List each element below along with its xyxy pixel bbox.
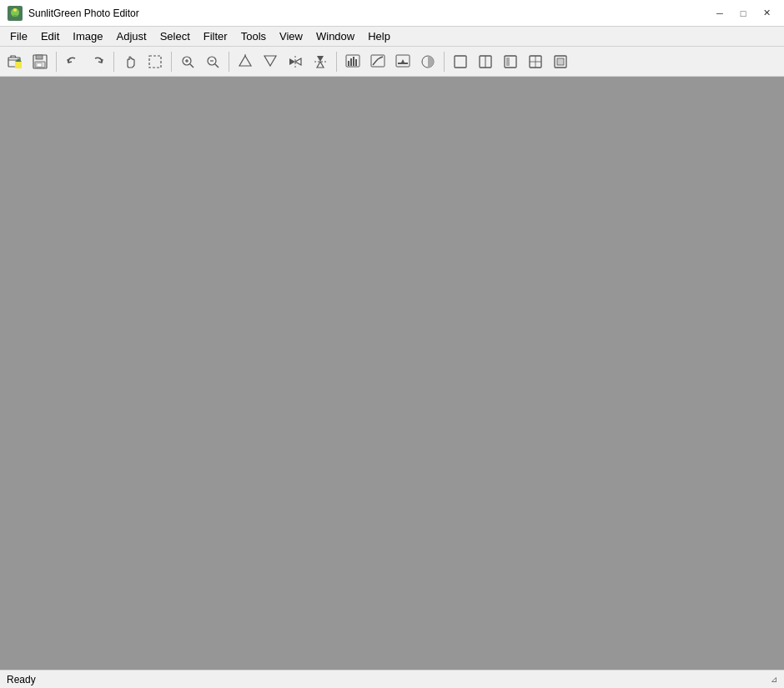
svg-rect-8 <box>37 63 42 67</box>
svg-rect-29 <box>353 57 354 66</box>
svg-marker-22 <box>295 58 301 65</box>
brightness-up-button[interactable] <box>234 50 257 73</box>
histogram-button[interactable] <box>341 50 364 73</box>
canvas-area <box>0 77 784 670</box>
open-button[interactable] <box>3 50 27 73</box>
svg-rect-27 <box>348 61 349 66</box>
menu-tools[interactable]: Tools <box>234 28 273 46</box>
view-split-v-button[interactable] <box>499 50 522 73</box>
menu-edit[interactable]: Edit <box>34 28 66 46</box>
separator-3 <box>171 52 172 72</box>
separator-1 <box>56 52 57 72</box>
svg-rect-28 <box>350 58 352 66</box>
menu-bar: File Edit Image Adjust Select Filter Too… <box>0 27 784 47</box>
toolbar <box>0 47 784 77</box>
maximize-button[interactable]: □ <box>732 4 754 23</box>
status-bar: Ready ⊿ <box>0 670 784 688</box>
svg-marker-17 <box>239 56 251 66</box>
svg-marker-19 <box>264 56 276 66</box>
svg-rect-6 <box>36 55 43 59</box>
zoom-out-button[interactable] <box>201 50 224 73</box>
svg-rect-33 <box>398 63 408 64</box>
title-bar: SunlitGreen Photo Editor ─ □ ✕ <box>0 0 784 27</box>
view-single-button[interactable] <box>449 50 472 73</box>
redo-button[interactable] <box>86 50 109 73</box>
svg-rect-9 <box>149 56 161 68</box>
title-left: SunlitGreen Photo Editor <box>7 5 139 22</box>
separator-2 <box>113 52 114 72</box>
svg-marker-34 <box>401 59 405 63</box>
flip-v-button[interactable] <box>309 50 332 73</box>
zoom-in-button[interactable] <box>176 50 199 73</box>
view-4-button[interactable] <box>524 50 547 73</box>
svg-rect-4 <box>15 62 22 68</box>
undo-button[interactable] <box>61 50 84 73</box>
brightness-down-button[interactable] <box>259 50 282 73</box>
resize-handle: ⊿ <box>771 675 777 684</box>
separator-4 <box>229 52 229 72</box>
save-button[interactable] <box>28 50 52 73</box>
svg-point-2 <box>13 8 17 12</box>
select-rect-button[interactable] <box>143 50 167 73</box>
saturation-button[interactable] <box>416 50 440 73</box>
menu-view[interactable]: View <box>273 28 309 46</box>
svg-line-13 <box>190 64 193 68</box>
curves-button[interactable] <box>366 50 389 73</box>
svg-rect-36 <box>455 56 466 68</box>
menu-window[interactable]: Window <box>309 28 361 46</box>
status-text: Ready <box>7 674 36 685</box>
view-fullscreen-button[interactable] <box>549 50 572 73</box>
menu-select[interactable]: Select <box>153 28 197 46</box>
close-button[interactable]: ✕ <box>756 4 777 23</box>
svg-rect-30 <box>355 59 357 66</box>
separator-6 <box>444 52 445 72</box>
separator-5 <box>336 52 337 72</box>
hand-tool-button[interactable] <box>118 50 142 73</box>
view-split-h-button[interactable] <box>474 50 497 73</box>
svg-marker-25 <box>317 62 324 68</box>
svg-rect-40 <box>506 58 510 66</box>
menu-image[interactable]: Image <box>66 28 109 46</box>
window-controls: ─ □ ✕ <box>709 4 777 23</box>
flip-h-button[interactable] <box>284 50 307 73</box>
svg-rect-45 <box>557 58 564 65</box>
menu-file[interactable]: File <box>3 28 34 46</box>
app-icon <box>7 5 23 22</box>
svg-line-16 <box>215 64 219 68</box>
minimize-button[interactable]: ─ <box>709 4 731 23</box>
levels-button[interactable] <box>391 50 415 73</box>
menu-adjust[interactable]: Adjust <box>110 28 153 46</box>
menu-help[interactable]: Help <box>361 28 397 46</box>
app-title: SunlitGreen Photo Editor <box>28 8 139 19</box>
menu-filter[interactable]: Filter <box>197 28 234 46</box>
